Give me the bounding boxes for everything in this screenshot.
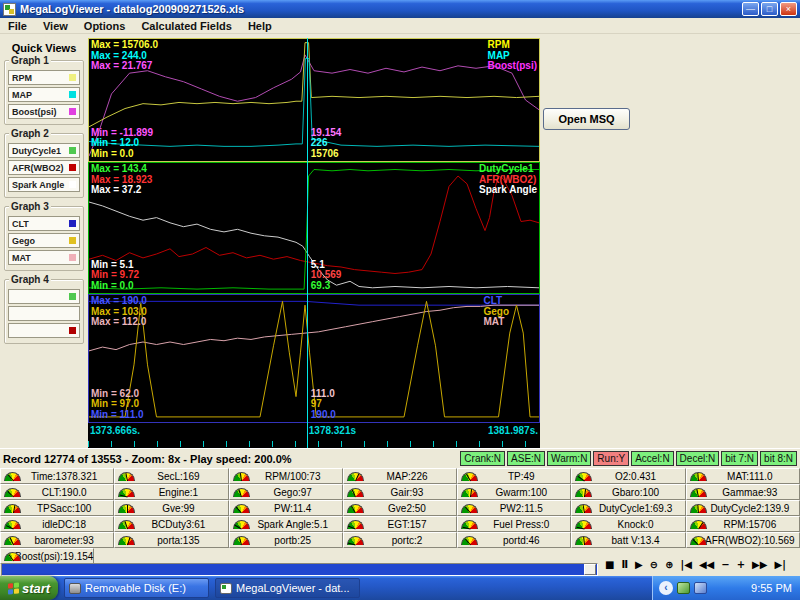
- sidebar-item-clt[interactable]: CLT: [8, 216, 80, 231]
- taskbar-task-removable-disk-e[interactable]: Removable Disk (E:): [64, 578, 209, 598]
- gauge-value-text: porta:135: [143, 535, 199, 546]
- channel-label: MAP: [12, 90, 69, 100]
- stop-button[interactable]: ■: [602, 557, 617, 573]
- sidebar-item-rpm[interactable]: RPM: [8, 70, 80, 85]
- channel-color-swatch: [69, 220, 76, 227]
- zoom-out-button[interactable]: ⊖: [647, 557, 661, 573]
- record-position-slider[interactable]: [1, 563, 598, 576]
- gauge-portb: portb:25: [229, 532, 343, 548]
- step-forward-button[interactable]: +: [734, 557, 748, 573]
- sidebar-item-map[interactable]: MAP: [8, 87, 80, 102]
- series-clt: [89, 301, 539, 305]
- gauge-value-text: RPM:15706: [709, 519, 776, 530]
- gauge-value-text: Gve2:50: [374, 503, 426, 514]
- gauge-needle: [352, 490, 356, 498]
- graph-2-legend: DutyCycle1AFR(WBO2)Spark Angle: [479, 164, 537, 196]
- gauge-value-text: Knock:0: [603, 519, 653, 530]
- gauge-pw2: PW2:11.5: [457, 500, 571, 516]
- maximize-button[interactable]: □: [761, 2, 778, 16]
- legend-entry-spark-angle: Spark Angle: [479, 185, 537, 196]
- gauge-time: Time:1378.321: [0, 468, 114, 484]
- min-label: Min = 0.0: [91, 149, 153, 160]
- sidebar-item-dutycycle1[interactable]: DutyCycle1: [8, 143, 80, 158]
- menu-item-help[interactable]: Help: [240, 20, 280, 32]
- minimize-button[interactable]: —: [742, 2, 759, 16]
- play-button[interactable]: ▶: [632, 557, 646, 573]
- gauge-gammae: Gammae:93: [686, 484, 800, 500]
- x-axis: 1373.666s.1378.321s1381.987s.: [88, 423, 540, 448]
- gauge-needle: [697, 489, 700, 497]
- graph-panel-1[interactable]: Max = 15706.0Max = 244.0Max = 21.767Min …: [88, 38, 540, 162]
- sidebar-item-empty-2[interactable]: [8, 323, 80, 338]
- gauge-value-text: SecL:169: [143, 471, 199, 482]
- sidebar-item-gego[interactable]: Gego: [8, 233, 80, 248]
- taskbar-task-megalogviewer-dat[interactable]: MegaLogViewer - dat...: [215, 578, 360, 598]
- gauge-value-text: CLT:190.0: [28, 487, 87, 498]
- group-title: Graph 1: [9, 55, 51, 66]
- quick-views-group-graph-1: Graph 1RPMMAPBoost(psi): [4, 60, 84, 125]
- first-record-button[interactable]: |◀: [678, 557, 695, 573]
- gauge-portd: portd:46: [457, 532, 571, 548]
- chart-cursor-line[interactable]: [307, 38, 308, 448]
- menu-item-file[interactable]: File: [0, 20, 35, 32]
- title-bar[interactable]: MegaLogViewer - datalog200909271526.xls …: [0, 0, 800, 18]
- sidebar-item-afr-wbo2[interactable]: AFR(WBO2): [8, 160, 80, 175]
- gauge-needle: [125, 473, 128, 481]
- channel-label: Gego: [12, 236, 69, 246]
- rewind-button[interactable]: ◀◀: [696, 557, 717, 573]
- close-button[interactable]: ×: [780, 2, 797, 16]
- max-label: Max = 112.0: [91, 317, 147, 328]
- menu-item-calculated-fields[interactable]: Calculated Fields: [133, 20, 239, 32]
- min-label: Min = 12.0: [91, 138, 153, 149]
- sidebar-item-empty-0[interactable]: [8, 289, 80, 304]
- start-button[interactable]: start: [0, 576, 58, 600]
- sidebar-item-boost-psi[interactable]: Boost(psi): [8, 104, 80, 119]
- gauge-dial-icon: [690, 520, 707, 529]
- tray-shield-icon[interactable]: [677, 582, 690, 594]
- gauge-needle: [119, 494, 127, 497]
- gauge-gbaro: Gbaro:100: [571, 484, 685, 500]
- graph-panel-3[interactable]: Max = 190.0Max = 103.0Max = 112.0Min = 6…: [88, 294, 540, 423]
- gauge-needle: [8, 554, 13, 561]
- indicator-warm-n: Warm:N: [547, 451, 591, 466]
- mlv-icon: [220, 583, 232, 594]
- gauge-fuel-press: Fuel Press:0: [457, 516, 571, 532]
- status-bar: Record 12774 of 13553 - Zoom: 8x - Play …: [0, 448, 800, 468]
- gauge-needle: [698, 505, 700, 513]
- indicator-bit-7-n: bit 7:N: [721, 451, 758, 466]
- tray-chevron-icon[interactable]: ‹: [659, 581, 673, 595]
- gauge-needle: [576, 527, 584, 530]
- gauge-tp: TP:49: [457, 468, 571, 484]
- gauge-value-text: Gve:99: [148, 503, 194, 514]
- fast-forward-button[interactable]: ▶▶: [749, 557, 770, 573]
- min-label: Min = 111.0: [91, 410, 144, 421]
- quick-views-group-graph-4: Graph 4: [4, 279, 84, 344]
- x-axis-label-cursor: 1378.321s: [309, 425, 356, 436]
- menu-item-options[interactable]: Options: [76, 20, 134, 32]
- max-label: Max = 37.2: [91, 185, 152, 196]
- graph-2-max-labels: Max = 143.4Max = 18.923Max = 37.2: [91, 164, 152, 196]
- gauge-value-text: Gbaro:100: [598, 487, 659, 498]
- slider-thumb[interactable]: [584, 564, 596, 575]
- channel-color-swatch: [69, 327, 76, 334]
- sidebar-item-mat[interactable]: MAT: [8, 250, 80, 265]
- tray-network-icon[interactable]: [694, 582, 707, 594]
- sidebar-item-spark-angle[interactable]: Spark Angle: [8, 177, 80, 192]
- chart-area[interactable]: Max = 15706.0Max = 244.0Max = 21.767Min …: [88, 38, 540, 448]
- gauge-barometer: barometer:93: [0, 532, 114, 548]
- sidebar-item-empty-1[interactable]: [8, 306, 80, 321]
- gauge-dial-icon: [233, 472, 250, 481]
- zoom-in-button[interactable]: ⊕: [662, 557, 676, 573]
- gauge-dial-icon: [575, 488, 592, 497]
- gauge-value-text: portd:46: [489, 535, 540, 546]
- pause-button[interactable]: Ⅱ: [618, 557, 631, 573]
- gauge-needle: [470, 489, 472, 497]
- menu-item-view[interactable]: View: [35, 20, 76, 32]
- graph-panel-2[interactable]: Max = 143.4Max = 18.923Max = 37.2Min = 5…: [88, 162, 540, 294]
- gauge-dial-icon: [347, 472, 364, 481]
- open-msq-button[interactable]: Open MSQ: [543, 108, 630, 130]
- quick-views-group-graph-2: Graph 2DutyCycle1AFR(WBO2)Spark Angle: [4, 133, 84, 198]
- last-record-button[interactable]: ▶|: [771, 557, 788, 573]
- step-back-button[interactable]: −: [718, 557, 732, 573]
- x-axis-label-right: 1381.987s.: [488, 425, 538, 436]
